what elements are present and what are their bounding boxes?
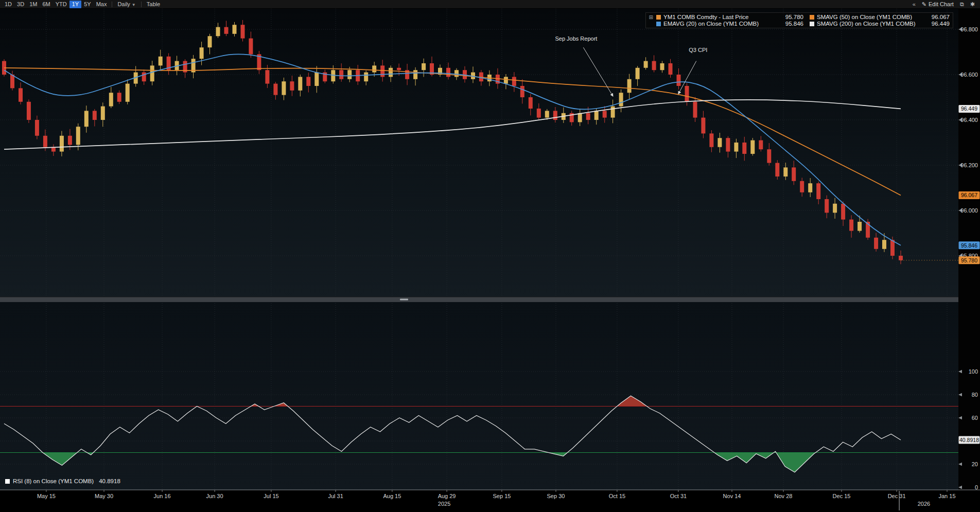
year-label: 2025 xyxy=(438,501,450,507)
price-axis-label: 96.200 xyxy=(960,162,978,168)
candle xyxy=(233,25,237,34)
table-button[interactable]: Table xyxy=(144,1,163,8)
candle xyxy=(857,222,862,231)
candle xyxy=(216,27,220,37)
frequency-dropdown[interactable]: Daily▼ xyxy=(115,1,138,8)
candle xyxy=(347,70,352,79)
rsi-value: 40.8918 xyxy=(99,478,120,484)
range-1y-button[interactable]: 1Y xyxy=(69,1,81,8)
candle xyxy=(660,63,664,70)
last-price-swatch xyxy=(656,15,661,20)
rsi-swatch xyxy=(5,479,10,484)
range-1m-button[interactable]: 1M xyxy=(27,1,40,8)
candle xyxy=(611,107,615,118)
emavg20-swatch xyxy=(656,22,661,26)
candle xyxy=(841,204,845,220)
candle xyxy=(413,70,417,79)
pencil-icon: ✎ xyxy=(922,1,926,8)
candle xyxy=(126,84,130,102)
candle xyxy=(627,79,632,93)
candle xyxy=(759,140,763,150)
date-label: Jul 31 xyxy=(328,493,343,499)
candle xyxy=(825,199,829,213)
collapse-icon[interactable]: « xyxy=(913,1,916,7)
date-label: Aug 29 xyxy=(438,493,456,499)
candle xyxy=(882,240,886,249)
range-6m-button[interactable]: 6M xyxy=(40,1,52,8)
date-label: Jun 30 xyxy=(206,493,223,499)
candle xyxy=(43,136,47,147)
last-price-value: 95.780 xyxy=(785,14,803,20)
candle xyxy=(93,111,97,120)
legend-item-last-price[interactable]: YM1 COMB Comdty - Last Price 95.780 xyxy=(656,14,803,20)
range-ytd-button[interactable]: YTD xyxy=(53,1,69,8)
panel-divider[interactable] xyxy=(0,297,980,302)
candle xyxy=(775,163,779,176)
date-label: Dec 15 xyxy=(833,493,851,499)
candle xyxy=(792,167,796,181)
candle xyxy=(890,240,895,256)
candle xyxy=(422,63,426,70)
candle xyxy=(19,88,23,101)
candle xyxy=(150,65,154,81)
candle xyxy=(644,61,648,68)
candle xyxy=(603,111,607,117)
candle xyxy=(750,140,755,154)
date-label: Sep 30 xyxy=(547,493,565,499)
candle xyxy=(117,93,121,102)
price-badge-value: 95.846 xyxy=(961,242,977,249)
candle xyxy=(200,47,204,59)
candle xyxy=(372,65,376,72)
candle xyxy=(504,77,508,83)
candle xyxy=(249,39,253,55)
settings-icon[interactable]: ✱ xyxy=(970,1,975,8)
popout-icon[interactable]: ⧉ xyxy=(960,1,964,8)
range-max-button[interactable]: Max xyxy=(94,1,110,8)
candle xyxy=(767,149,771,163)
candle xyxy=(594,111,599,120)
toolbar-separator xyxy=(141,2,142,7)
price-panel xyxy=(0,9,958,297)
candle xyxy=(241,25,245,38)
chart-plot-area[interactable]: Sep Jobs ReportQ3 CPI96.80096.60096.4009… xyxy=(0,9,980,512)
range-1d-button[interactable]: 1D xyxy=(2,1,14,8)
candle xyxy=(833,204,837,213)
chart-legend: ⊞ YM1 COMB Comdty - Last Price 95.780 SM… xyxy=(645,12,953,28)
price-axis-label: 96.000 xyxy=(960,207,978,214)
candle xyxy=(364,73,368,82)
rsi-legend[interactable]: RSI (8) on Close (YM1 COMB) 40.8918 xyxy=(5,478,120,484)
edit-chart-button[interactable]: ✎Edit Chart xyxy=(922,1,954,8)
candle xyxy=(142,73,146,82)
candle xyxy=(109,93,113,106)
price-badge-value: 95.780 xyxy=(961,257,977,263)
candle xyxy=(537,109,541,118)
candle xyxy=(265,70,269,83)
legend-item-smavg200[interactable]: SMAVG (200) on Close (YM1 COMB) 96.449 xyxy=(810,21,950,27)
divider-handle[interactable] xyxy=(400,299,408,301)
candle xyxy=(282,81,286,95)
year-label: 2026 xyxy=(918,501,930,507)
candle xyxy=(669,63,673,75)
rsi-axis-label: 20 xyxy=(972,461,978,467)
date-label: Jul 15 xyxy=(264,493,278,499)
candle xyxy=(314,73,319,86)
rsi-axis-label: 100 xyxy=(969,368,978,375)
toolbar-separator xyxy=(112,2,112,7)
legend-item-smavg50[interactable]: SMAVG (50) on Close (YM1 COMB) 96.067 xyxy=(810,14,950,20)
candle xyxy=(512,77,516,86)
range-3d-button[interactable]: 3D xyxy=(14,1,27,8)
candle xyxy=(701,118,705,134)
candle xyxy=(816,183,820,199)
emavg20-value: 95.846 xyxy=(785,21,803,27)
candle xyxy=(800,181,804,192)
range-5y-button[interactable]: 5Y xyxy=(81,1,93,8)
date-label: May 30 xyxy=(95,493,113,499)
candle xyxy=(273,84,277,95)
toolbar-right: « ✎Edit Chart ⧉ ✱ xyxy=(913,1,978,8)
candle xyxy=(290,81,294,91)
price-axis-label: 96.600 xyxy=(960,72,978,78)
candle xyxy=(529,97,533,109)
legend-item-emavg20[interactable]: EMAVG (20) on Close (YM1 COMB) 95.846 xyxy=(656,21,803,27)
legend-expand-icon[interactable]: ⊞ xyxy=(649,14,653,27)
legend-grid: YM1 COMB Comdty - Last Price 95.780 SMAV… xyxy=(656,14,950,27)
